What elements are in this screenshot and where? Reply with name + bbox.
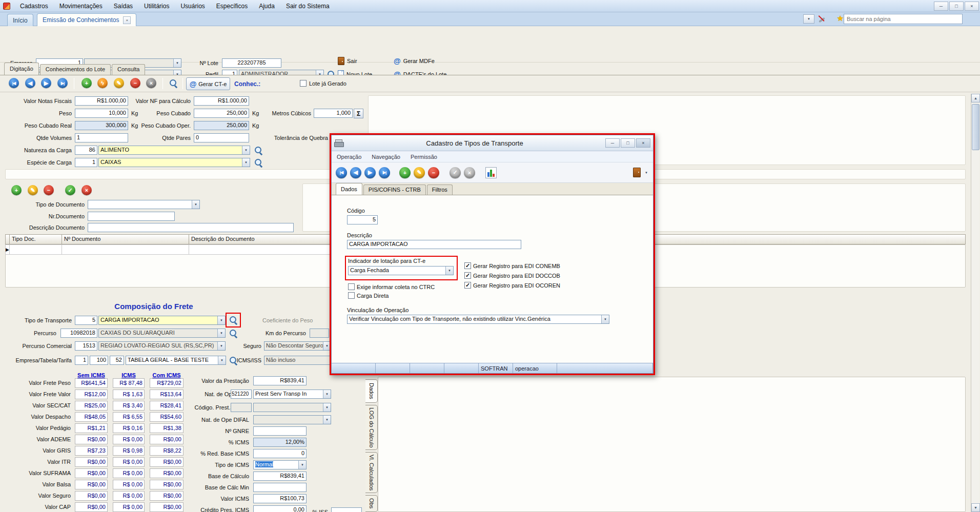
percurso-code-input[interactable]: 10982018 [60, 329, 97, 338]
grid-cell[interactable]: R$0,00 [75, 468, 108, 478]
dialog-confirm-icon[interactable]: ✓ [450, 167, 461, 178]
doc-add-icon[interactable]: + [11, 185, 22, 195]
percurso-combo[interactable]: CAXIAS DO SUL/ARAQUARI▼ [98, 329, 226, 338]
nat-operacao-code-input[interactable]: 521220 [231, 390, 252, 399]
doc-table-header-tipo[interactable]: Tipo Doc. [9, 234, 62, 244]
doc-cell[interactable] [9, 244, 62, 255]
doc-cell[interactable] [189, 244, 337, 255]
menu-saidas[interactable]: Saídas [108, 0, 138, 12]
dialog-minimize-button[interactable]: ─ [605, 138, 620, 148]
edit-icon[interactable]: ✎ [114, 78, 124, 88]
carga-direta-checkbox[interactable] [348, 292, 355, 299]
menu-usuarios[interactable]: Usuários [175, 0, 210, 12]
exige-coleta-checkbox[interactable] [348, 283, 355, 290]
nav-last-icon[interactable]: ▶| [57, 78, 68, 88]
red-base-input[interactable]: 0 [253, 449, 307, 458]
dialog-tab-dados[interactable]: Dados [336, 183, 362, 195]
percurso-comercial-code-input[interactable]: 1513 [75, 341, 97, 351]
especie-code-input[interactable]: 1 [75, 158, 97, 167]
dialog-menu-permissao[interactable]: Permissão [405, 154, 442, 160]
km-percurso-input[interactable] [310, 329, 329, 338]
edi-ocoren-checkbox[interactable]: ✓ [464, 282, 471, 289]
percurso-comercial-combo[interactable]: REGIAO LOVATO-REGIAO SUL (RS,SC,PR)▼ [98, 341, 226, 351]
seguro-combo[interactable]: Não Descontar Seguro d▼ [264, 341, 331, 351]
valor-nf-calc-input[interactable]: R$1.000,00 [194, 96, 249, 106]
grid-cell[interactable]: R$ 0,00 [113, 502, 145, 512]
doc-confirm-icon[interactable]: ✓ [65, 185, 75, 195]
menu-ajuda[interactable]: Ajuda [253, 0, 280, 12]
maximize-button[interactable]: □ [949, 2, 964, 11]
gerar-mdfe-button[interactable]: @Gerar MDFe [394, 57, 435, 65]
wrench-icon[interactable] [818, 15, 827, 24]
prestacao-input[interactable]: R$839,41 [253, 376, 307, 385]
close-button[interactable]: × [965, 2, 979, 11]
doc-delete-icon[interactable]: − [44, 185, 54, 195]
peso-cubado-real-input[interactable]: 300,000 [75, 121, 128, 130]
side-tab-obs[interactable]: Obs [365, 495, 378, 512]
menu-especificos[interactable]: Específicos [211, 0, 253, 12]
tab-inicio[interactable]: Início [7, 14, 33, 26]
grid-cell[interactable]: R$ 0,00 [113, 480, 145, 489]
dropdown-icon[interactable]: ▼ [323, 416, 331, 424]
edi-doccob-checkbox[interactable]: ✓ [464, 272, 471, 279]
frete-tarifa-input[interactable]: 52 [110, 356, 124, 365]
grid-cell[interactable]: R$ 0,00 [113, 491, 145, 501]
grid-cell[interactable]: R$ 0,00 [113, 468, 145, 478]
nr-documento-input[interactable] [88, 212, 175, 221]
add-icon[interactable]: + [81, 78, 92, 88]
side-tab-dados[interactable]: Dados [365, 379, 378, 403]
valor-nf-input[interactable]: R$1.000,00 [75, 96, 128, 106]
dialog-menu-navegacao[interactable]: Navegação [366, 154, 405, 160]
grid-cell[interactable]: R$ 6,55 [113, 412, 145, 422]
cod-prest-combo[interactable]: ▼ [253, 403, 331, 412]
menu-utilitarios[interactable]: Utilitários [138, 0, 175, 12]
dropdown-icon[interactable]: ▼ [217, 342, 225, 350]
dropdown-icon[interactable]: ▼ [242, 146, 250, 154]
scroll-up-icon[interactable]: ▲ [971, 94, 980, 103]
base-calc-min-input[interactable] [253, 483, 307, 492]
nav-prev-icon[interactable]: ◀ [25, 78, 35, 88]
grid-cell[interactable]: R$0,00 [75, 491, 108, 501]
doc-edit-icon[interactable]: ✎ [28, 185, 38, 195]
perc-iss-input[interactable] [331, 507, 362, 512]
grid-cell[interactable]: R$ 0,00 [113, 457, 145, 467]
doc-table-header-numero[interactable]: Nº Documento [62, 234, 189, 244]
credito-pres-input[interactable]: 0,00 [253, 505, 307, 512]
grid-cell[interactable]: R$ 0,98 [113, 446, 145, 456]
nav-first-icon[interactable]: |◀ [9, 78, 19, 88]
sair-button[interactable]: Sair [338, 57, 357, 65]
natureza-combo[interactable]: ALIMENTO▼ [98, 146, 250, 155]
grid-cell[interactable]: R$12,00 [75, 390, 108, 399]
tab-close-icon[interactable]: × [123, 16, 131, 24]
dialog-menu-operacao[interactable]: Operação [332, 154, 366, 160]
menu-cadastros[interactable]: Cadastros [14, 0, 54, 12]
dialog-close-button[interactable]: × [636, 138, 650, 148]
metros-cubicos-input[interactable]: 1,000 [314, 109, 353, 118]
grid-cell[interactable]: R$ 0,00 [113, 435, 145, 444]
gnre-input[interactable] [253, 426, 307, 436]
edi-conemb-checkbox[interactable]: ✓ [464, 262, 471, 269]
chart-icon[interactable] [485, 167, 497, 178]
dialog-exit-door-icon[interactable] [633, 168, 641, 177]
dropdown-icon[interactable]: ▼ [217, 329, 225, 337]
tab-consulta[interactable]: Consulta [112, 64, 145, 75]
dialog-maximize-button[interactable]: □ [621, 138, 635, 148]
tipo-icms-combo[interactable]: Normal▼ [253, 460, 307, 469]
percurso-search-icon[interactable] [229, 329, 238, 338]
scrollbar-thumb[interactable] [972, 104, 979, 150]
nat-difal-combo[interactable]: ▼ [253, 415, 331, 424]
dialog-tab-pis-cofins[interactable]: PIS/COFINS - CTRB [363, 185, 426, 195]
dropdown-icon[interactable]: ▼ [298, 461, 306, 469]
tab-conhecimentos-do-lote[interactable]: Conhecimentos do Lote [40, 64, 111, 75]
dropdown-icon[interactable]: ▼ [217, 316, 225, 324]
dropdown-icon[interactable]: ▼ [192, 200, 199, 209]
dialog-title-bar[interactable]: Cadastro de Tipos de Transporte ─ □ × [332, 135, 653, 151]
descricao-input[interactable]: CARGA IMPORTACAO [347, 240, 521, 249]
gerar-cte-button[interactable]: @Gerar CT-e [186, 77, 230, 90]
especie-search-icon[interactable] [254, 158, 263, 167]
tipo-transporte-combo[interactable]: CARGA IMPORTACAO▼ [98, 316, 226, 325]
grid-cell[interactable]: R$ 87,48 [113, 378, 145, 388]
tabela-combo[interactable]: TABELA GERAL - BASE TESTE▼ [126, 356, 226, 365]
doc-table-header-descricao[interactable]: Descrição do Documento [189, 234, 337, 244]
grid-cell[interactable]: R$25,00 [75, 401, 108, 411]
